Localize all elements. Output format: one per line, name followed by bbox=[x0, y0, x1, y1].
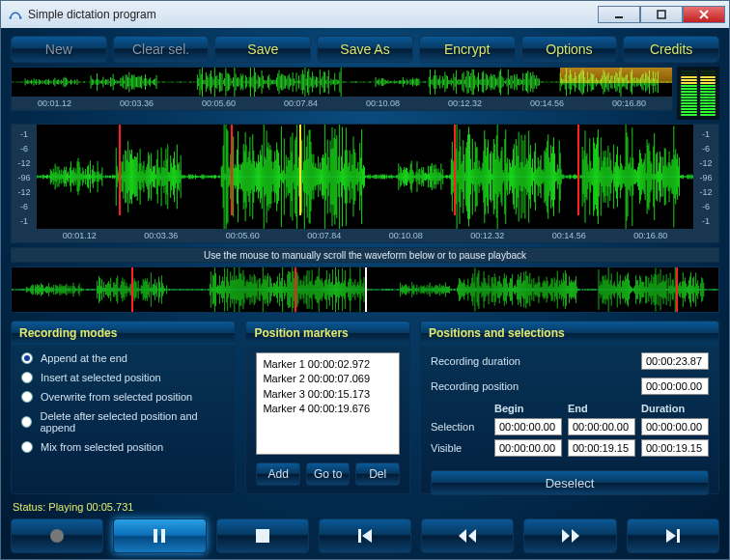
rewind-button[interactable] bbox=[421, 518, 514, 553]
db-scale-left: -1-6-12-96-12-6-1 bbox=[12, 125, 37, 242]
record-icon bbox=[48, 527, 66, 545]
stop-button[interactable] bbox=[216, 518, 309, 553]
svg-marker-16 bbox=[666, 529, 676, 543]
marker-list[interactable]: Marker 1 00:00:02.972Marker 2 00:00:07.0… bbox=[256, 352, 400, 455]
encrypt-button[interactable]: Encrypt bbox=[419, 36, 516, 63]
radio-label: Overwrite from selected position bbox=[41, 391, 192, 403]
skip-end-button[interactable] bbox=[627, 518, 719, 553]
marker-line[interactable] bbox=[119, 125, 121, 215]
overview-waveform[interactable]: 00:01.1200:03.3600:05.6000:07.8400:10.08… bbox=[11, 67, 673, 111]
col-end: End bbox=[568, 403, 635, 414]
clear-selection-button[interactable]: Clear sel. bbox=[113, 36, 210, 63]
svg-marker-14 bbox=[562, 529, 570, 543]
scroll-waveform[interactable] bbox=[11, 266, 719, 313]
radio-label: Append at the end bbox=[41, 352, 127, 364]
marker-line[interactable] bbox=[454, 125, 456, 215]
deselect-button[interactable]: Deselect bbox=[431, 470, 709, 495]
visible-begin: 00:00:00.00 bbox=[494, 439, 562, 457]
time-tick: 00:07.84 bbox=[260, 98, 342, 108]
panel-title: Recording modes bbox=[12, 322, 235, 345]
marker-del-button[interactable]: Del bbox=[355, 462, 400, 486]
radio-icon bbox=[21, 441, 33, 453]
selection-duration: 00:00:00.00 bbox=[641, 418, 709, 435]
save-button[interactable]: Save bbox=[214, 36, 311, 63]
row-selection-label: Selection bbox=[431, 421, 489, 433]
skip-end-icon bbox=[664, 527, 682, 545]
save-as-button[interactable]: Save As bbox=[317, 36, 413, 63]
skip-start-button[interactable] bbox=[319, 518, 411, 553]
svg-rect-10 bbox=[358, 529, 361, 543]
positions-panel: Positions and selections Recording durat… bbox=[420, 321, 719, 494]
radio-label: Delete after selected position and appen… bbox=[40, 410, 225, 434]
minimize-button[interactable] bbox=[598, 6, 640, 23]
rec-duration-value: 00:00:23.87 bbox=[641, 352, 709, 370]
rec-position-label: Recording position bbox=[431, 380, 635, 392]
recording-modes-panel: Recording modes Append at the endInsert … bbox=[11, 321, 236, 494]
time-tick: 00:10.08 bbox=[365, 231, 447, 240]
time-tick: 00:16.80 bbox=[610, 231, 692, 240]
window-title: Simple dictation program bbox=[28, 8, 598, 21]
recording-mode-option[interactable]: Insert at selected position bbox=[21, 372, 225, 383]
svg-marker-11 bbox=[362, 529, 372, 543]
credits-button[interactable]: Credits bbox=[623, 36, 719, 63]
app-icon bbox=[9, 8, 22, 21]
pause-button[interactable] bbox=[113, 518, 206, 553]
forward-button[interactable] bbox=[523, 518, 616, 553]
recording-mode-option[interactable]: Append at the end bbox=[21, 352, 225, 364]
stop-icon bbox=[255, 528, 270, 544]
status-text: Playing 00:05.731 bbox=[48, 501, 133, 513]
marker-goto-button[interactable]: Go to bbox=[306, 462, 351, 486]
forward-icon bbox=[560, 527, 581, 545]
svg-marker-13 bbox=[468, 529, 476, 543]
main-waveform[interactable]: -1-6-12-96-12-6-1 00:01.1200:03.3600:05.… bbox=[11, 124, 719, 243]
time-tick: 00:01.12 bbox=[14, 98, 96, 108]
close-button[interactable] bbox=[683, 6, 725, 23]
recording-mode-option[interactable]: Mix from selected position bbox=[21, 441, 225, 453]
radio-icon bbox=[21, 352, 33, 364]
svg-rect-8 bbox=[161, 529, 165, 543]
radio-icon bbox=[21, 391, 33, 403]
titlebar[interactable]: Simple dictation program bbox=[1, 1, 729, 28]
options-button[interactable]: Options bbox=[521, 36, 618, 63]
svg-marker-12 bbox=[459, 529, 466, 543]
overview-selection[interactable] bbox=[560, 68, 672, 83]
svg-point-1 bbox=[19, 16, 21, 18]
time-tick: 00:01.12 bbox=[39, 231, 121, 240]
radio-icon bbox=[21, 372, 33, 383]
marker-item[interactable]: Marker 2 00:00:07.069 bbox=[263, 372, 393, 386]
db-scale-right: -1-6-12-96-12-6-1 bbox=[693, 125, 718, 242]
status-prefix: Status: bbox=[13, 501, 45, 513]
marker-item[interactable]: Marker 3 00:00:15.173 bbox=[263, 387, 393, 402]
record-button[interactable] bbox=[11, 518, 103, 553]
time-tick: 00:03.36 bbox=[96, 98, 178, 108]
visible-end: 00:00:19.15 bbox=[568, 439, 635, 457]
radio-label: Mix from selected position bbox=[41, 441, 163, 453]
status-bar: Status: Playing 00:05.731 bbox=[11, 498, 719, 513]
hint-bar: Use the mouse to manually scroll the wav… bbox=[11, 247, 719, 263]
position-markers-panel: Position markers Marker 1 00:00:02.972Ma… bbox=[245, 321, 410, 494]
selection-end: 00:00:00.00 bbox=[568, 418, 635, 435]
row-visible-label: Visible bbox=[431, 442, 489, 454]
svg-rect-3 bbox=[658, 11, 665, 18]
rec-duration-label: Recording duration bbox=[431, 355, 635, 367]
scroll-marker bbox=[676, 267, 678, 312]
marker-line[interactable] bbox=[231, 125, 233, 215]
time-tick: 00:05.60 bbox=[202, 231, 284, 240]
time-tick: 00:14.56 bbox=[506, 98, 588, 108]
maximize-button[interactable] bbox=[640, 6, 683, 23]
recording-mode-option[interactable]: Delete after selected position and appen… bbox=[21, 410, 225, 434]
marker-item[interactable]: Marker 4 00:00:19.676 bbox=[263, 402, 393, 416]
playhead-line[interactable] bbox=[299, 125, 301, 215]
recording-mode-option[interactable]: Overwrite from selected position bbox=[21, 391, 225, 403]
scroll-marker bbox=[295, 267, 296, 312]
new-button[interactable]: New bbox=[11, 36, 107, 63]
marker-item[interactable]: Marker 1 00:00:02.972 bbox=[263, 357, 393, 372]
level-meters bbox=[677, 67, 719, 120]
marker-add-button[interactable]: Add bbox=[256, 462, 300, 486]
time-tick: 00:12.32 bbox=[424, 98, 506, 108]
svg-rect-17 bbox=[677, 529, 680, 543]
marker-line[interactable] bbox=[577, 125, 579, 215]
skip-start-icon bbox=[356, 527, 374, 545]
time-tick: 00:03.36 bbox=[121, 231, 203, 240]
scroll-playhead bbox=[365, 267, 367, 312]
